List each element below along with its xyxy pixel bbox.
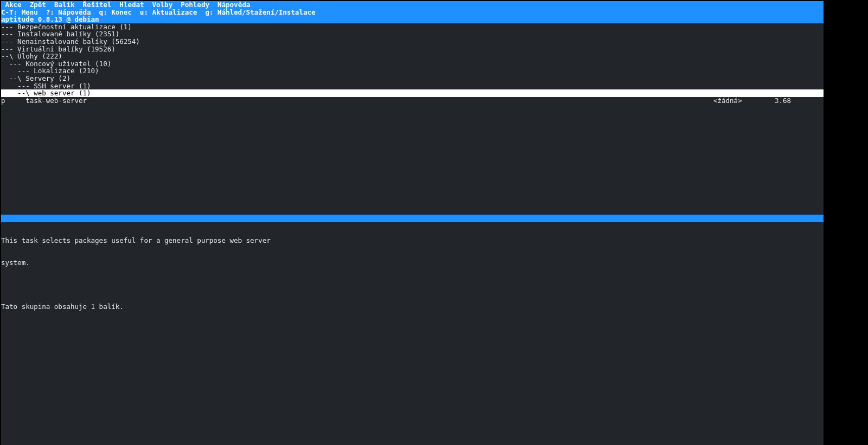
tree-row-servers[interactable]: --\ Servery (2) [1, 75, 824, 82]
pane-divider [1, 215, 824, 222]
title-bar: aptitude 0.8.13 @ debian [1, 16, 824, 23]
menu-balik[interactable]: Balík [54, 1, 75, 9]
menu-resitel[interactable]: Řešitel [83, 1, 112, 9]
desc-line-1: This task selects packages useful for a … [1, 237, 824, 244]
tree-row-not-installed[interactable]: --- Nenainstalované balíky (56254) [1, 38, 824, 46]
menu-bar[interactable]: Akce Zpět Balík Řešitel Hledat Volby Poh… [1, 1, 824, 9]
menu-akce[interactable]: Akce [5, 1, 22, 9]
menu-volby[interactable]: Volby [152, 1, 173, 9]
tree-row-security-updates[interactable]: --- Bezpečnostní aktualizace (1) [1, 23, 824, 31]
package-installed-version: <žádná> [713, 96, 742, 105]
shortcut-bar: C-T: Menu ?: Nápověda q: Konec u: Aktual… [1, 9, 824, 16]
package-candidate-version: 3.68 [775, 96, 791, 105]
tree-row-installed[interactable]: --- Instalované balíky (2351) [1, 30, 824, 38]
spacer [87, 97, 713, 105]
desc-line-2: system. [1, 259, 824, 267]
package-name: task-web-server [25, 96, 87, 105]
tree-row-end-user[interactable]: --- Koncový uživatel (10) [1, 60, 824, 68]
tree-row-web-server-selected[interactable]: --\ web server (1) [1, 89, 824, 97]
package-tree[interactable]: --- Bezpečnostní aktualizace (1) --- Ins… [1, 23, 824, 97]
upper-pane-blank [1, 104, 824, 215]
tree-row-virtual[interactable]: --- Virtuální balíky (19526) [1, 46, 824, 53]
tree-row-tasks[interactable]: --\ Úlohy (222) [1, 53, 824, 60]
menu-napoveda[interactable]: Nápověda [218, 1, 250, 9]
package-state: p [1, 96, 5, 105]
menu-zpet[interactable]: Zpět [30, 1, 46, 9]
description-pane[interactable]: This task selects packages useful for a … [1, 222, 824, 325]
menu-hledat[interactable]: Hledat [119, 1, 144, 9]
desc-line-3: Tato skupina obsahuje 1 balík. [1, 303, 824, 311]
aptitude-screen: Akce Zpět Balík Řešitel Hledat Volby Poh… [1, 1, 824, 435]
tree-row-ssh-server[interactable]: --- SSH server (1) [1, 82, 824, 90]
desc-blank [1, 281, 824, 289]
menu-pohledy[interactable]: Pohledy [181, 1, 209, 9]
package-row[interactable]: p task-web-server <žádná> 3.68 [1, 97, 824, 105]
tree-row-localization[interactable]: --- Lokalizace (210) [1, 67, 824, 75]
lower-pane-blank [1, 325, 824, 445]
